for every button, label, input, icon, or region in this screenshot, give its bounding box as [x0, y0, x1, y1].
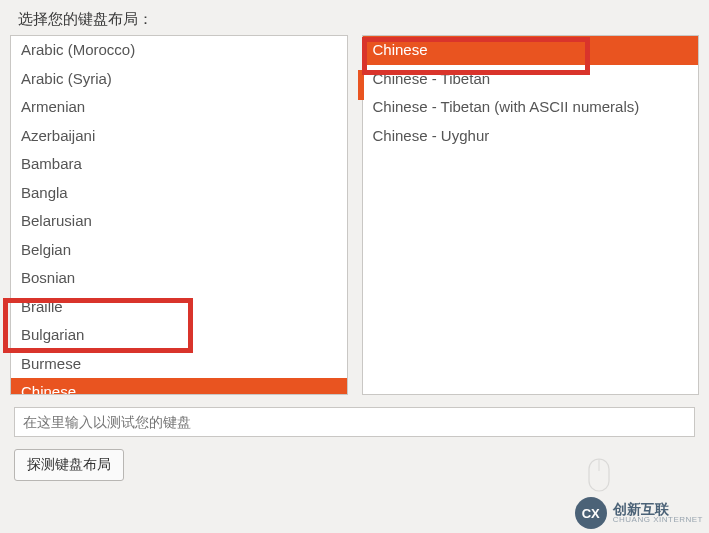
- list-item[interactable]: Chinese: [363, 36, 699, 65]
- detect-layout-button[interactable]: 探测键盘布局: [14, 449, 124, 481]
- list-item[interactable]: Bulgarian: [11, 321, 347, 350]
- test-input-row: [0, 395, 709, 443]
- layout-variant-list[interactable]: ChineseChinese - TibetanChinese - Tibeta…: [362, 35, 700, 395]
- list-item[interactable]: Bosnian: [11, 264, 347, 293]
- list-item[interactable]: Armenian: [11, 93, 347, 122]
- list-item[interactable]: Burmese: [11, 350, 347, 379]
- mouse-icon: [579, 455, 619, 495]
- list-item[interactable]: Chinese - Tibetan (with ASCII numerals): [363, 93, 699, 122]
- watermark-name-cn: 创新互联: [613, 502, 703, 516]
- list-item[interactable]: Bangla: [11, 179, 347, 208]
- watermark-name-en: CHUANG XINTERNET: [613, 516, 703, 524]
- layout-language-list[interactable]: Arabic (Morocco)Arabic (Syria)ArmenianAz…: [10, 35, 348, 395]
- watermark: CX 创新互联 CHUANG XINTERNET: [575, 497, 703, 529]
- list-item[interactable]: Arabic (Morocco): [11, 36, 347, 65]
- list-item[interactable]: Braille: [11, 293, 347, 322]
- list-item[interactable]: Azerbaijani: [11, 122, 347, 151]
- list-item[interactable]: Chinese - Uyghur: [363, 122, 699, 151]
- keyboard-test-input[interactable]: [14, 407, 695, 437]
- selection-indicator: [358, 70, 364, 100]
- keyboard-layout-dialog: 选择您的键盘布局： Arabic (Morocco)Arabic (Syria)…: [0, 0, 709, 533]
- list-item[interactable]: Chinese: [11, 378, 347, 395]
- watermark-logo: CX: [575, 497, 607, 529]
- list-item[interactable]: Belarusian: [11, 207, 347, 236]
- list-item[interactable]: Arabic (Syria): [11, 65, 347, 94]
- list-item[interactable]: Chinese - Tibetan: [363, 65, 699, 94]
- list-item[interactable]: Bambara: [11, 150, 347, 179]
- list-item[interactable]: Belgian: [11, 236, 347, 265]
- lists-container: Arabic (Morocco)Arabic (Syria)ArmenianAz…: [0, 35, 709, 395]
- dialog-heading: 选择您的键盘布局：: [0, 0, 709, 35]
